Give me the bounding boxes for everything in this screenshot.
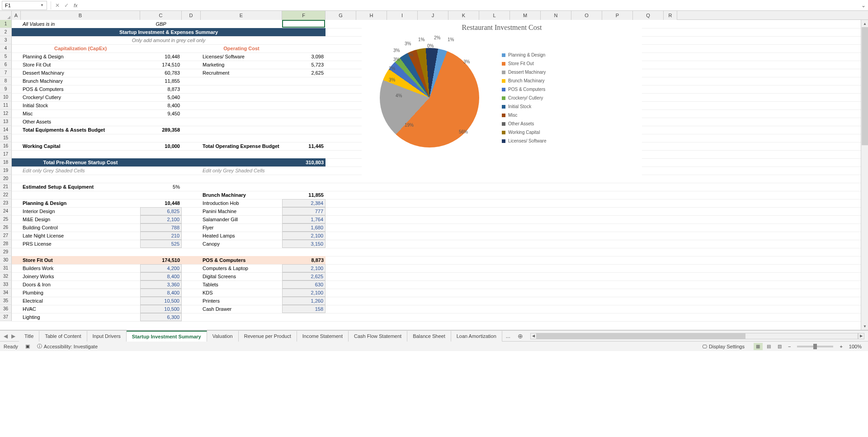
cell-B8[interactable]: Brunch Machinary — [21, 77, 140, 85]
cell-E5[interactable]: Licenses/ Software — [201, 52, 282, 61]
row-header-7[interactable]: 7 — [0, 69, 12, 77]
col-header-I[interactable]: I — [387, 11, 418, 20]
zoom-out-button[interactable]: − — [786, 344, 793, 349]
cell-F24[interactable]: 777 — [282, 207, 326, 215]
row-header-12[interactable]: 12 — [0, 109, 12, 118]
cell-B21[interactable]: Estimated Setup & Equipment — [21, 183, 140, 191]
cell-F35[interactable]: 1,260 — [282, 297, 326, 305]
scroll-down-icon[interactable]: ▼ — [861, 323, 868, 330]
row-header-20[interactable]: 20 — [0, 175, 12, 183]
cell-C28[interactable]: 525 — [140, 240, 182, 248]
col-header-Q[interactable]: Q — [633, 11, 664, 20]
cell-E33[interactable]: Tablets — [201, 280, 282, 289]
cell-B12[interactable]: Misc — [21, 109, 140, 118]
sheet-tab[interactable]: Income Statement — [297, 331, 349, 342]
hscroll-left-icon[interactable]: ◀ — [530, 333, 537, 339]
cell-C24[interactable]: 6,825 — [140, 207, 182, 215]
macro-record-icon[interactable]: ▣ — [25, 343, 30, 349]
cell-B7[interactable]: Dessert Machinary — [21, 69, 140, 77]
col-header-P[interactable]: P — [602, 11, 633, 20]
view-page-break-icon[interactable]: ▧ — [775, 343, 784, 350]
sheet-tab[interactable]: Startup Investment Summary — [127, 331, 207, 342]
row-header-11[interactable]: 11 — [0, 101, 12, 109]
col-header-J[interactable]: J — [418, 11, 448, 20]
cell-C13[interactable] — [140, 118, 182, 126]
cell-F6[interactable]: 5,723 — [282, 61, 326, 69]
scroll-up-icon[interactable]: ▲ — [861, 20, 868, 27]
sheet-tab[interactable]: Balance Sheet — [407, 331, 451, 342]
cell-B13[interactable]: Other Assets — [21, 118, 140, 126]
cell-C21[interactable]: 5% — [140, 183, 182, 191]
cell-B16[interactable]: Working Capital — [21, 142, 140, 150]
cell-C11[interactable]: 8,400 — [140, 101, 182, 109]
tab-nav-next-icon[interactable]: ▶ — [11, 333, 15, 339]
cell-C5[interactable]: 10,448 — [140, 52, 182, 61]
sheet-tab[interactable]: Table of Content — [39, 331, 87, 342]
cell-C34[interactable]: 8,400 — [140, 289, 182, 297]
row-header-34[interactable]: 34 — [0, 289, 12, 297]
row-header-15[interactable]: 15 — [0, 134, 12, 142]
row-header-35[interactable]: 35 — [0, 297, 12, 305]
row-header-31[interactable]: 31 — [0, 264, 12, 272]
row-header-5[interactable]: 5 — [0, 52, 12, 61]
cell-C33[interactable]: 3,360 — [140, 280, 182, 289]
cell-F34[interactable]: 2,100 — [282, 289, 326, 297]
cell-F27[interactable]: 2,100 — [282, 232, 326, 240]
col-header-K[interactable]: K — [448, 11, 479, 20]
sheet-tab[interactable]: Title — [19, 331, 39, 342]
cell-F28[interactable]: 3,150 — [282, 240, 326, 248]
cell-E28[interactable]: Canopy — [201, 240, 282, 248]
cell-E36[interactable]: Cash Drawer — [201, 305, 282, 313]
cell-B27[interactable]: Late Night License — [21, 232, 140, 240]
cell-E16[interactable]: Total Operating Expense Budget — [201, 142, 282, 150]
cell-C8[interactable]: 11,855 — [140, 77, 182, 85]
row-header-19[interactable]: 19 — [0, 166, 12, 175]
cancel-formula-icon[interactable]: ✕ — [53, 2, 62, 9]
cell-C25[interactable]: 2,100 — [140, 215, 182, 223]
cell-E25[interactable]: Salamander Gill — [201, 215, 282, 223]
col-header-A[interactable]: A — [12, 11, 21, 20]
cell-B34[interactable]: Plumbing — [21, 289, 140, 297]
cell-B1[interactable]: All Values is in — [21, 20, 140, 28]
zoom-level[interactable]: 100% — [846, 344, 864, 349]
cell-C36[interactable]: 10,500 — [140, 305, 182, 313]
cell-C9[interactable]: 8,873 — [140, 85, 182, 93]
cell-B14[interactable]: Total Equipments & Assets Budget — [21, 126, 140, 134]
cell-B35[interactable]: Electrical — [21, 297, 140, 305]
tab-nav-prev-icon[interactable]: ◀ — [4, 333, 8, 339]
cell-F18[interactable]: 310,803 — [282, 158, 326, 166]
row-header-17[interactable]: 17 — [0, 150, 12, 158]
name-box-dropdown-icon[interactable]: ▼ — [40, 3, 44, 7]
hscroll-right-icon[interactable]: ▶ — [858, 333, 864, 339]
row-header-8[interactable]: 8 — [0, 77, 12, 85]
sheet-tab[interactable]: Valuation — [207, 331, 239, 342]
cell-F16[interactable]: 11,445 — [282, 142, 326, 150]
row-header-33[interactable]: 33 — [0, 280, 12, 289]
cell-A3[interactable]: Only add amount in grey cell only — [12, 36, 326, 44]
col-header-N[interactable]: N — [541, 11, 571, 20]
cell-E24[interactable]: Panini Machine — [201, 207, 282, 215]
row-header-26[interactable]: 26 — [0, 223, 12, 232]
sheet-tab[interactable]: Input Drivers — [87, 331, 127, 342]
fx-label[interactable]: fx — [71, 3, 80, 8]
cell-A2[interactable]: Startup Investment & Expenses Summary — [12, 28, 326, 36]
cell-B4[interactable]: Capitalization (CapEx) — [21, 44, 140, 52]
cell-E27[interactable]: Heated Lamps — [201, 232, 282, 240]
cell-E35[interactable]: Printers — [201, 297, 282, 305]
cell-E7[interactable]: Recruitment — [201, 69, 282, 77]
row-header-25[interactable]: 25 — [0, 215, 12, 223]
cell-E32[interactable]: Digital Screens — [201, 272, 282, 280]
col-header-B[interactable]: B — [21, 11, 140, 20]
row-header-24[interactable]: 24 — [0, 207, 12, 215]
vscroll-track[interactable] — [861, 27, 868, 323]
display-settings-button[interactable]: 🖵Display Settings — [702, 344, 745, 349]
col-header-R[interactable]: R — [664, 11, 677, 20]
row-header-2[interactable]: 2 — [0, 28, 12, 36]
row-header-4[interactable]: 4 — [0, 44, 12, 52]
cell-F23[interactable]: 2,384 — [282, 199, 326, 207]
cell-E34[interactable]: KDS — [201, 289, 282, 297]
cell-B19[interactable]: Edit only Grey Shaded Cells — [21, 166, 140, 175]
row-header-13[interactable]: 13 — [0, 118, 12, 126]
col-header-G[interactable]: G — [326, 11, 356, 20]
cell-B33[interactable]: Doors & Iron — [21, 280, 140, 289]
